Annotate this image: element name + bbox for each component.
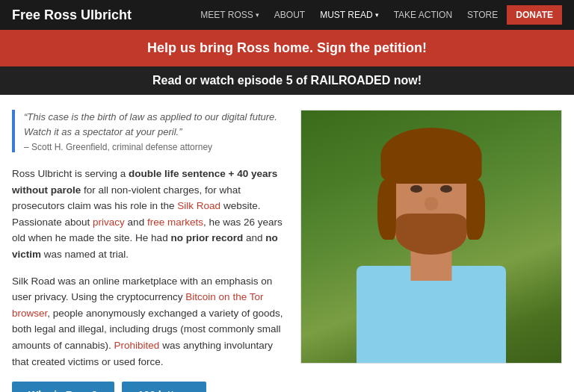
nav-about[interactable]: ABOUT <box>268 7 311 23</box>
text-section: “This case is the birth of law as applie… <box>12 110 286 392</box>
beard <box>396 214 467 255</box>
nav-take-action[interactable]: TAKE ACTION <box>388 7 458 23</box>
quote-block: “This case is the birth of law as applie… <box>12 110 286 152</box>
free-markets-link[interactable]: free markets <box>147 217 203 228</box>
hair-top <box>381 128 482 184</box>
chevron-down-icon: ▾ <box>256 11 259 19</box>
nose <box>425 197 438 211</box>
hair-left <box>377 180 396 240</box>
eye-left <box>410 185 422 193</box>
action-buttons: Who is Ross? 100 letters <box>12 382 286 392</box>
quote-attribution: – Scott H. Greenfield, criminal defense … <box>24 142 286 152</box>
body-paragraph-2: Silk Road was an online marketplace with… <box>12 273 286 370</box>
letters-button[interactable]: 100 letters <box>122 382 206 392</box>
chevron-down-icon-2: ▾ <box>375 11 379 19</box>
railroaded-banner[interactable]: Read or watch episode 5 of RAILROADED no… <box>0 66 574 95</box>
who-is-ross-button[interactable]: Who is Ross? <box>12 382 114 392</box>
site-title: Free Ross Ulbricht <box>12 7 132 23</box>
privacy-link[interactable]: privacy <box>93 217 125 228</box>
prohibited-link[interactable]: Prohibited <box>114 340 160 351</box>
ross-photo <box>300 110 562 364</box>
petition-banner[interactable]: Help us bring Ross home. Sign the petiti… <box>0 30 574 66</box>
nav-must-read[interactable]: MUST READ ▾ <box>314 7 384 23</box>
hair-right <box>466 180 485 240</box>
bitcoin-tor-link[interactable]: Bitcoin on the Tor browser <box>12 291 263 319</box>
body-paragraph-1: Ross Ulbricht is serving a double life s… <box>12 166 286 263</box>
main-nav: MEET ROSS ▾ ABOUT MUST READ ▾ TAKE ACTIO… <box>194 5 562 25</box>
silk-road-link[interactable]: Silk Road <box>177 200 220 211</box>
donate-button[interactable]: DONATE <box>507 5 562 25</box>
quote-text: “This case is the birth of law as applie… <box>24 110 286 139</box>
image-section <box>300 110 562 392</box>
nav-meet-ross[interactable]: MEET ROSS ▾ <box>194 7 265 23</box>
eye-right <box>440 185 452 193</box>
nav-store[interactable]: STORE <box>461 7 504 23</box>
main-content: “This case is the birth of law as applie… <box>0 95 574 392</box>
